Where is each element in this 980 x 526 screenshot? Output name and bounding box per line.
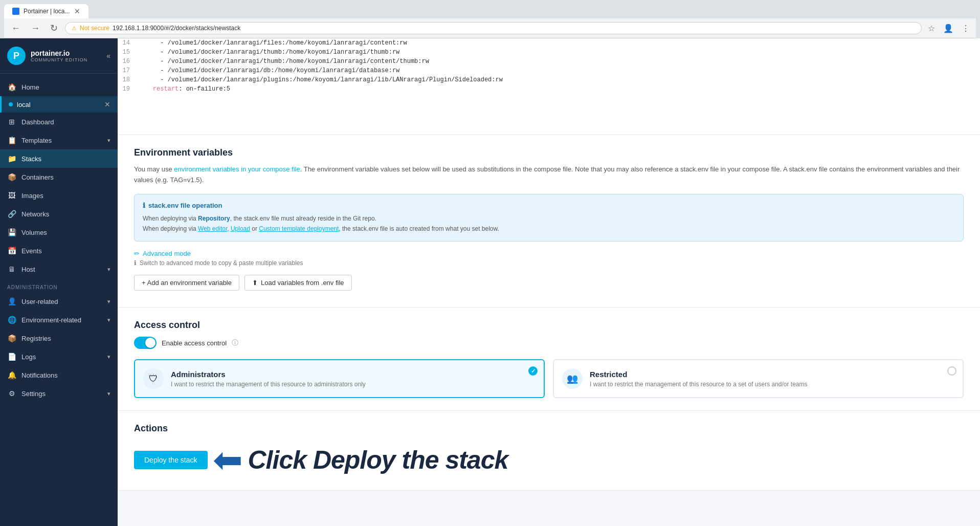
info-upload-link[interactable]: Upload xyxy=(231,225,250,232)
sidebar-env-local: local ✕ xyxy=(0,96,118,113)
code-line-14: 14 - /volume1/docker/lanraragi/files:/ho… xyxy=(118,38,980,48)
add-env-label: + Add an environment variable xyxy=(142,279,232,287)
sidebar-nav: 🏠 Home local ✕ ⊞ Dashboard 📋 Templates ▾… xyxy=(0,74,118,526)
code-editor[interactable]: 14 - /volume1/docker/lanraragi/files:/ho… xyxy=(118,38,980,135)
url-display: 192.168.1.18:9000/#/2/docker/stacks/news… xyxy=(113,25,240,32)
sidebar-settings-label: Settings xyxy=(21,390,46,398)
access-card-administrators[interactable]: 🛡 Administrators I want to restrict the … xyxy=(134,359,545,398)
sidebar-item-notifications[interactable]: 🔔 Notifications xyxy=(0,366,118,384)
restricted-radio[interactable] xyxy=(947,366,956,376)
browser-chrome: Portainer | loca... ✕ ← → ↻ ⚠ Not secure… xyxy=(0,0,980,38)
env-variables-section: Environment variables You may use enviro… xyxy=(118,135,980,308)
sidebar-item-dashboard[interactable]: ⊞ Dashboard xyxy=(0,113,118,131)
enable-access-control-toggle[interactable] xyxy=(134,337,157,349)
env-buttons-group: + Add an environment variable ⬆ Load var… xyxy=(134,275,964,291)
access-card-restricted-content: Restricted I want to restrict the manage… xyxy=(590,370,808,388)
sidebar-item-containers[interactable]: 📦 Containers xyxy=(0,168,118,186)
reload-button[interactable]: ↻ xyxy=(47,21,61,35)
env-section-description: You may use environment variables in you… xyxy=(134,164,964,186)
sidebar-item-host[interactable]: 🖥 Host ▾ xyxy=(0,260,118,278)
env-close-button[interactable]: ✕ xyxy=(104,100,110,108)
sidebar-item-volumes[interactable]: 💾 Volumes xyxy=(0,223,118,242)
access-control-title: Access control xyxy=(134,320,964,331)
back-button[interactable]: ← xyxy=(8,22,24,35)
environment-related-icon: 🌐 xyxy=(7,315,16,324)
deploy-stack-button[interactable]: Deploy the stack xyxy=(134,451,208,469)
sidebar-item-stacks[interactable]: 📁 Stacks xyxy=(0,149,118,168)
browser-tab[interactable]: Portainer | loca... ✕ xyxy=(4,4,88,18)
add-env-variable-button[interactable]: + Add an environment variable xyxy=(134,275,239,291)
sidebar-events-label: Events xyxy=(21,247,42,255)
sidebar-environment-related-label: Environment-related xyxy=(21,316,81,324)
administrators-radio[interactable] xyxy=(528,366,538,376)
bookmark-button[interactable]: ☆ xyxy=(926,23,937,34)
sidebar-item-events[interactable]: 📅 Events xyxy=(0,242,118,260)
user-related-icon: 👤 xyxy=(7,297,16,306)
env-compose-link[interactable]: environment variables in your compose fi… xyxy=(174,165,300,173)
tab-title: Portainer | loca... xyxy=(24,8,70,15)
administration-section-label: Administration xyxy=(0,278,118,292)
info-repository-bold: Repository xyxy=(198,215,230,222)
line-content-17: - /volume1/docker/lanraragi/db:/home/koy… xyxy=(138,67,399,74)
actions-section: Actions Deploy the stack ⬅ Click Deploy … xyxy=(118,411,980,491)
code-line-15: 15 - /volume1/docker/lanraragi/thumb:/ho… xyxy=(118,48,980,57)
env-desc-prefix: You may use xyxy=(134,165,174,173)
containers-icon: 📦 xyxy=(7,172,16,182)
sidebar-volumes-label: Volumes xyxy=(21,229,47,236)
sidebar-item-home[interactable]: 🏠 Home xyxy=(0,78,118,96)
host-chevron-icon: ▾ xyxy=(107,266,110,273)
access-card-restricted[interactable]: 👥 Restricted I want to restrict the mana… xyxy=(553,359,964,398)
stack-env-info-box: ℹ stack.env file operation When deployin… xyxy=(134,194,964,242)
load-env-file-button[interactable]: ⬆ Load variables from .env file xyxy=(244,275,352,291)
forward-button[interactable]: → xyxy=(28,22,43,35)
notifications-icon: 🔔 xyxy=(7,370,16,380)
sidebar-user-related-label: User-related xyxy=(21,298,58,305)
restricted-icon: 👥 xyxy=(562,368,583,389)
line-number-18: 18 xyxy=(118,76,138,83)
user-related-chevron-icon: ▾ xyxy=(107,298,110,305)
advanced-mode-toggle[interactable]: ✏ Advanced mode xyxy=(134,250,964,257)
sidebar-collapse-button[interactable]: « xyxy=(106,52,110,60)
info-box-title-text: stack.env file operation xyxy=(148,202,222,209)
logo-edition: COMMUNITY EDITION xyxy=(31,57,87,62)
sidebar-item-settings[interactable]: ⚙ Settings ▾ xyxy=(0,384,118,403)
browser-toolbar: ← → ↻ ⚠ Not secure 192.168.1.18:9000/#/2… xyxy=(4,18,976,38)
annotation-arrow-icon: ⬅ xyxy=(213,442,243,478)
code-line-19: 19 restart: on-failure:5 xyxy=(118,84,980,94)
access-control-cards: 🛡 Administrators I want to restrict the … xyxy=(134,359,964,398)
line-number-17: 17 xyxy=(118,67,138,74)
sidebar: P portainer.io COMMUNITY EDITION « 🏠 Hom… xyxy=(0,38,118,526)
sidebar-item-networks[interactable]: 🔗 Networks xyxy=(0,205,118,223)
deploy-stack-label: Deploy the stack xyxy=(144,456,197,464)
load-env-label: Load variables from .env file xyxy=(261,279,344,287)
toggle-label: Enable access control xyxy=(162,339,227,347)
sidebar-item-templates[interactable]: 📋 Templates ▾ xyxy=(0,131,118,149)
menu-button[interactable]: ⋮ xyxy=(960,23,972,34)
sidebar-home-label: Home xyxy=(21,83,39,91)
profile-button[interactable]: 👤 xyxy=(941,23,955,34)
stacks-icon: 📁 xyxy=(7,154,16,163)
sidebar-item-logs[interactable]: 📄 Logs ▾ xyxy=(0,347,118,366)
code-line-16: 16 - /volume1/docker/lanraragi/thumb:/ho… xyxy=(118,57,980,66)
code-line-17: 17 - /volume1/docker/lanraragi/db:/home/… xyxy=(118,66,980,75)
logo-text: portainer.io COMMUNITY EDITION xyxy=(31,49,87,62)
address-bar[interactable]: ⚠ Not secure 192.168.1.18:9000/#/2/docke… xyxy=(65,22,922,34)
templates-icon: 📋 xyxy=(7,136,16,145)
sidebar-item-user-related[interactable]: 👤 User-related ▾ xyxy=(0,292,118,311)
env-indicator xyxy=(9,102,13,106)
sidebar-item-environment-related[interactable]: 🌐 Environment-related ▾ xyxy=(0,311,118,329)
templates-chevron-icon: ▾ xyxy=(107,137,110,144)
access-control-toggle-row: Enable access control ⓘ xyxy=(134,337,964,349)
sidebar-host-label: Host xyxy=(21,266,35,273)
info-web-editor-link[interactable]: Web editor xyxy=(198,225,227,232)
sidebar-containers-label: Containers xyxy=(21,173,54,181)
sidebar-templates-label: Templates xyxy=(21,137,52,144)
main-content: 14 - /volume1/docker/lanraragi/files:/ho… xyxy=(118,38,980,526)
tab-close-button[interactable]: ✕ xyxy=(74,7,80,15)
access-card-administrators-content: Administrators I want to restrict the ma… xyxy=(171,370,366,388)
sidebar-item-images[interactable]: 🖼 Images xyxy=(0,186,118,205)
deploy-row: Deploy the stack ⬅ Click Deploy the stac… xyxy=(134,442,964,478)
info-custom-template-link[interactable]: Custom template deployment xyxy=(259,225,339,232)
sidebar-item-registries[interactable]: 📦 Registries xyxy=(0,329,118,347)
logo-name: portainer.io xyxy=(31,49,87,57)
